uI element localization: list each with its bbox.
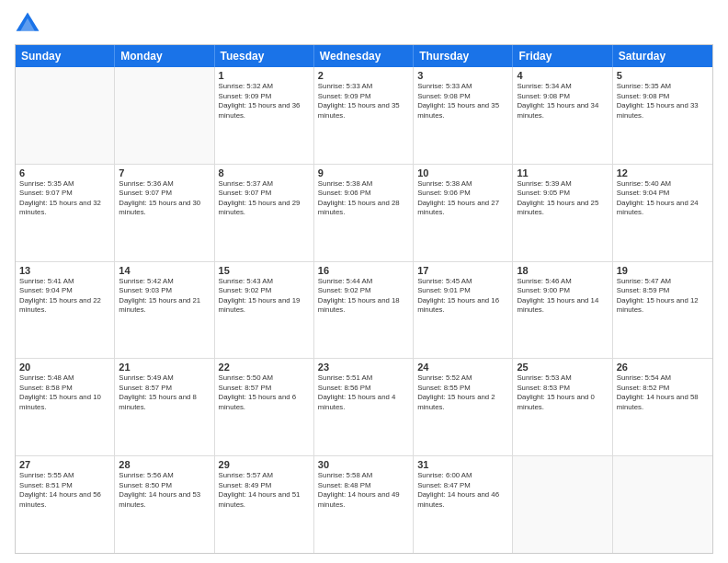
cell-info: Sunrise: 5:44 AMSunset: 9:02 PMDaylight:… (318, 277, 409, 316)
calendar-cell: 8Sunrise: 5:37 AMSunset: 9:07 PMDaylight… (215, 165, 314, 261)
calendar-cell: 17Sunrise: 5:45 AMSunset: 9:01 PMDayligh… (414, 262, 513, 359)
cell-info: Sunrise: 5:56 AMSunset: 8:50 PMDaylight:… (119, 471, 210, 510)
day-number: 4 (517, 70, 608, 81)
calendar-cell: 3Sunrise: 5:33 AMSunset: 9:08 PMDaylight… (414, 67, 513, 164)
calendar-cell: 2Sunrise: 5:33 AMSunset: 9:09 PMDaylight… (314, 67, 414, 164)
calendar-body: 1Sunrise: 5:32 AMSunset: 9:09 PMDaylight… (16, 67, 712, 553)
calendar-cell (613, 456, 712, 553)
calendar-cell: 28Sunrise: 5:56 AMSunset: 8:50 PMDayligh… (115, 456, 214, 553)
day-number: 24 (417, 362, 508, 373)
cell-info: Sunrise: 5:37 AMSunset: 9:07 PMDaylight:… (219, 179, 310, 218)
day-number: 1 (219, 70, 310, 81)
calendar-row: 1Sunrise: 5:32 AMSunset: 9:09 PMDaylight… (16, 67, 712, 165)
calendar: SundayMondayTuesdayWednesdayThursdayFrid… (15, 44, 713, 554)
calendar-cell: 1Sunrise: 5:32 AMSunset: 9:09 PMDaylight… (215, 67, 314, 164)
cell-info: Sunrise: 5:55 AMSunset: 8:51 PMDaylight:… (19, 471, 110, 510)
weekday-header: Friday (513, 45, 612, 67)
day-number: 8 (219, 167, 310, 178)
cell-info: Sunrise: 5:54 AMSunset: 8:52 PMDaylight:… (617, 373, 709, 412)
day-number: 12 (617, 167, 709, 178)
calendar-row: 20Sunrise: 5:48 AMSunset: 8:58 PMDayligh… (16, 359, 712, 456)
day-number: 30 (318, 459, 409, 470)
day-number: 14 (119, 265, 210, 276)
calendar-cell: 5Sunrise: 5:35 AMSunset: 9:08 PMDaylight… (613, 67, 712, 164)
cell-info: Sunrise: 5:51 AMSunset: 8:56 PMDaylight:… (318, 373, 409, 412)
cell-info: Sunrise: 5:48 AMSunset: 8:58 PMDaylight:… (19, 373, 110, 412)
calendar-cell: 7Sunrise: 5:36 AMSunset: 9:07 PMDaylight… (115, 165, 214, 261)
cell-info: Sunrise: 5:45 AMSunset: 9:01 PMDaylight:… (417, 277, 508, 316)
cell-info: Sunrise: 5:36 AMSunset: 9:07 PMDaylight:… (119, 179, 210, 218)
cell-info: Sunrise: 5:33 AMSunset: 9:08 PMDaylight:… (417, 82, 508, 121)
calendar-cell: 14Sunrise: 5:42 AMSunset: 9:03 PMDayligh… (115, 262, 214, 359)
calendar-cell: 22Sunrise: 5:50 AMSunset: 8:57 PMDayligh… (215, 359, 314, 455)
day-number: 26 (617, 362, 709, 373)
calendar-cell: 4Sunrise: 5:34 AMSunset: 9:08 PMDaylight… (513, 67, 612, 164)
calendar-row: 6Sunrise: 5:35 AMSunset: 9:07 PMDaylight… (16, 165, 712, 262)
weekday-header: Saturday (613, 45, 712, 67)
calendar-cell: 27Sunrise: 5:55 AMSunset: 8:51 PMDayligh… (16, 456, 115, 553)
cell-info: Sunrise: 5:38 AMSunset: 9:06 PMDaylight:… (417, 179, 508, 218)
day-number: 17 (417, 265, 508, 276)
calendar-row: 27Sunrise: 5:55 AMSunset: 8:51 PMDayligh… (16, 456, 712, 553)
calendar-cell: 26Sunrise: 5:54 AMSunset: 8:52 PMDayligh… (613, 359, 712, 455)
calendar-cell: 29Sunrise: 5:57 AMSunset: 8:49 PMDayligh… (215, 456, 314, 553)
calendar-cell: 31Sunrise: 6:00 AMSunset: 8:47 PMDayligh… (414, 456, 513, 553)
logo (15, 11, 42, 37)
calendar-cell: 19Sunrise: 5:47 AMSunset: 8:59 PMDayligh… (613, 262, 712, 359)
day-number: 27 (19, 459, 110, 470)
day-number: 29 (219, 459, 310, 470)
cell-info: Sunrise: 6:00 AMSunset: 8:47 PMDaylight:… (417, 471, 508, 510)
calendar-cell: 13Sunrise: 5:41 AMSunset: 9:04 PMDayligh… (16, 262, 115, 359)
day-number: 2 (318, 70, 409, 81)
day-number: 11 (517, 167, 608, 178)
calendar-cell: 24Sunrise: 5:52 AMSunset: 8:55 PMDayligh… (414, 359, 513, 455)
cell-info: Sunrise: 5:41 AMSunset: 9:04 PMDaylight:… (19, 277, 110, 316)
day-number: 10 (417, 167, 508, 178)
cell-info: Sunrise: 5:40 AMSunset: 9:04 PMDaylight:… (617, 179, 709, 218)
calendar-cell: 10Sunrise: 5:38 AMSunset: 9:06 PMDayligh… (414, 165, 513, 261)
cell-info: Sunrise: 5:34 AMSunset: 9:08 PMDaylight:… (517, 82, 608, 121)
calendar-cell: 20Sunrise: 5:48 AMSunset: 8:58 PMDayligh… (16, 359, 115, 455)
calendar-cell: 15Sunrise: 5:43 AMSunset: 9:02 PMDayligh… (215, 262, 314, 359)
weekday-header: Sunday (16, 45, 115, 67)
day-number: 13 (19, 265, 110, 276)
calendar-cell: 9Sunrise: 5:38 AMSunset: 9:06 PMDaylight… (314, 165, 414, 261)
day-number: 5 (617, 70, 709, 81)
day-number: 16 (318, 265, 409, 276)
day-number: 7 (119, 167, 210, 178)
day-number: 15 (219, 265, 310, 276)
day-number: 23 (318, 362, 409, 373)
weekday-header: Wednesday (314, 45, 414, 67)
calendar-cell (513, 456, 612, 553)
cell-info: Sunrise: 5:49 AMSunset: 8:57 PMDaylight:… (119, 373, 210, 412)
page: SundayMondayTuesdayWednesdayThursdayFrid… (0, 0, 728, 563)
calendar-row: 13Sunrise: 5:41 AMSunset: 9:04 PMDayligh… (16, 262, 712, 360)
weekday-header: Tuesday (215, 45, 314, 67)
calendar-header: SundayMondayTuesdayWednesdayThursdayFrid… (16, 45, 712, 67)
weekday-header: Monday (115, 45, 214, 67)
day-number: 18 (517, 265, 608, 276)
calendar-cell (115, 67, 214, 164)
calendar-cell (16, 67, 115, 164)
day-number: 6 (19, 167, 110, 178)
cell-info: Sunrise: 5:43 AMSunset: 9:02 PMDaylight:… (219, 277, 310, 316)
calendar-cell: 21Sunrise: 5:49 AMSunset: 8:57 PMDayligh… (115, 359, 214, 455)
header (15, 11, 713, 37)
calendar-cell: 16Sunrise: 5:44 AMSunset: 9:02 PMDayligh… (314, 262, 414, 359)
cell-info: Sunrise: 5:35 AMSunset: 9:08 PMDaylight:… (617, 82, 709, 121)
day-number: 31 (417, 459, 508, 470)
day-number: 28 (119, 459, 210, 470)
cell-info: Sunrise: 5:52 AMSunset: 8:55 PMDaylight:… (417, 373, 508, 412)
calendar-cell: 23Sunrise: 5:51 AMSunset: 8:56 PMDayligh… (314, 359, 414, 455)
day-number: 21 (119, 362, 210, 373)
cell-info: Sunrise: 5:58 AMSunset: 8:48 PMDaylight:… (318, 471, 409, 510)
day-number: 19 (617, 265, 709, 276)
day-number: 9 (318, 167, 409, 178)
calendar-cell: 6Sunrise: 5:35 AMSunset: 9:07 PMDaylight… (16, 165, 115, 261)
calendar-cell: 25Sunrise: 5:53 AMSunset: 8:53 PMDayligh… (513, 359, 612, 455)
logo-icon (15, 11, 40, 37)
calendar-cell: 12Sunrise: 5:40 AMSunset: 9:04 PMDayligh… (613, 165, 712, 261)
cell-info: Sunrise: 5:33 AMSunset: 9:09 PMDaylight:… (318, 82, 409, 121)
cell-info: Sunrise: 5:46 AMSunset: 9:00 PMDaylight:… (517, 277, 608, 316)
day-number: 25 (517, 362, 608, 373)
